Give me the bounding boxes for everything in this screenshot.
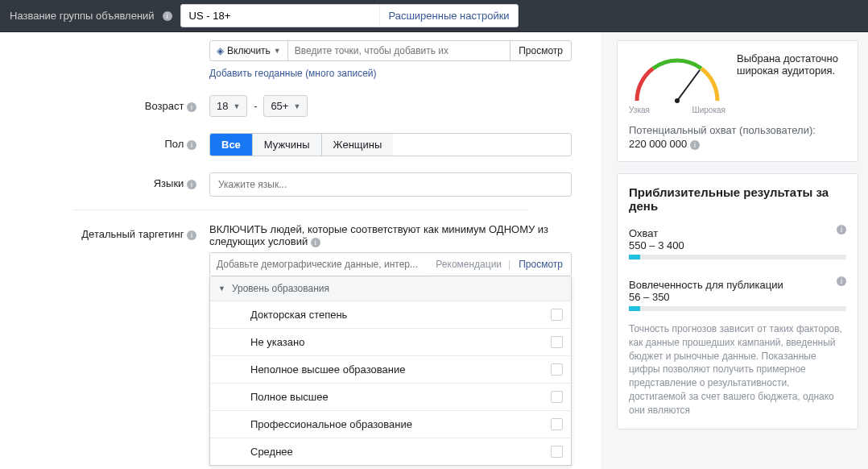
add-geodata-link[interactable]: Добавить геоданные (много записей) <box>209 68 377 79</box>
estimates-title: Приблизительные результаты за день <box>629 185 846 213</box>
gender-all-button[interactable]: Все <box>210 134 253 156</box>
adset-name-field: Расширенные настройки <box>180 4 519 27</box>
estimates-disclaimer: Точность прогнозов зависит от таких факт… <box>629 322 846 417</box>
option-label: Неполное высшее образование <box>250 363 405 376</box>
targeting-input[interactable] <box>210 253 429 276</box>
languages-label: Языки <box>154 177 184 189</box>
languages-input[interactable] <box>209 172 572 197</box>
gauge-icon <box>629 52 725 104</box>
location-text-input[interactable] <box>288 41 510 60</box>
targeting-browse-link[interactable]: Просмотр <box>510 259 571 270</box>
age-from-select[interactable]: 18▼ <box>209 95 247 117</box>
suggestions-link[interactable]: Рекомендации <box>429 259 508 270</box>
chevron-down-icon: ▼ <box>233 102 240 110</box>
chevron-down-icon: ▼ <box>218 284 225 293</box>
reach-bar <box>629 255 846 259</box>
info-icon: i <box>187 102 196 112</box>
gauge-broad-label: Широкая <box>692 106 725 114</box>
gauge-narrow-label: Узкая <box>629 106 650 114</box>
info-icon: i <box>311 238 320 247</box>
info-icon: i <box>163 11 172 21</box>
targeting-option[interactable]: Неполное высшее образование <box>210 355 571 383</box>
targeting-option[interactable]: Среднее <box>210 438 571 465</box>
age-to-select[interactable]: 65+▼ <box>263 95 308 117</box>
chevron-down-icon: ▼ <box>293 102 300 110</box>
info-icon: i <box>187 230 196 240</box>
audience-gauge-panel: Узкая Широкая Выбрана достаточно широкая… <box>617 40 858 162</box>
checkbox[interactable] <box>551 309 563 321</box>
adset-name-label: Название группы объявлений <box>10 10 155 22</box>
option-label: Полное высшее <box>250 391 329 403</box>
targeting-input-wrap: Рекомендации | Просмотр <box>209 252 572 276</box>
gender-female-button[interactable]: Женщины <box>322 134 394 156</box>
form-column: ◈ Включить ▼ Просмотр Добавить геоданные… <box>0 32 601 469</box>
option-label: Докторская степень <box>250 309 347 321</box>
checkbox[interactable] <box>551 418 563 430</box>
checkbox[interactable] <box>551 446 563 458</box>
targeting-include-heading: ВКЛЮЧИТЬ людей, которые соответствуют ка… <box>209 223 548 247</box>
daily-estimates-panel: Приблизительные результаты за день Охват… <box>617 173 858 430</box>
checkbox[interactable] <box>551 391 563 403</box>
option-label: Профессиональное образование <box>250 418 412 430</box>
location-include-dropdown[interactable]: ◈ Включить ▼ <box>210 41 288 60</box>
reach-metric-value: 550 – 3 400 <box>629 239 846 251</box>
topbar: Название группы объявлений i Расширенные… <box>0 0 868 32</box>
include-label: Включить <box>227 45 271 56</box>
chevron-down-icon: ▼ <box>274 47 281 55</box>
gender-toggle: Все Мужчины Женщины <box>209 133 572 156</box>
info-icon: i <box>187 140 196 150</box>
gauge-message: Выбрана достаточно широкая аудитория. <box>737 52 846 77</box>
detailed-targeting-label: Детальный таргетинг <box>81 228 184 240</box>
dropdown-group-header[interactable]: ▼ Уровень образования <box>210 276 571 301</box>
svg-point-1 <box>675 98 680 103</box>
targeting-option[interactable]: Профессиональное образование <box>210 410 571 438</box>
option-label: Среднее <box>250 446 293 458</box>
gauge-wrap: Узкая Широкая <box>629 52 725 114</box>
targeting-option[interactable]: Полное высшее <box>210 383 571 410</box>
targeting-option[interactable]: Докторская степень <box>210 301 571 328</box>
gender-male-button[interactable]: Мужчины <box>253 134 322 156</box>
potential-reach-label: Потенциальный охват (пользователи): <box>629 124 846 136</box>
age-dash: - <box>254 101 257 112</box>
pin-icon: ◈ <box>217 45 224 56</box>
age-label: Возраст <box>145 100 184 112</box>
info-icon: i <box>837 225 846 234</box>
group-label: Уровень образования <box>232 283 329 294</box>
gender-label: Пол <box>165 138 184 150</box>
adset-name-input[interactable] <box>181 5 380 27</box>
side-column: Узкая Широкая Выбрана достаточно широкая… <box>617 32 858 469</box>
location-browse-button[interactable]: Просмотр <box>510 41 571 60</box>
svg-line-0 <box>677 70 700 101</box>
info-icon: i <box>837 276 846 286</box>
reach-metric-label: Охват <box>629 227 658 239</box>
targeting-dropdown: ▼ Уровень образования Докторская степень… <box>209 276 572 466</box>
info-icon: i <box>187 180 196 189</box>
potential-reach-value: 220 000 000 <box>629 138 687 150</box>
engagement-metric-value: 56 – 350 <box>629 291 846 303</box>
targeting-option[interactable]: Не указано <box>210 328 571 355</box>
advanced-settings-link[interactable]: Расширенные настройки <box>379 5 517 27</box>
engagement-bar <box>629 306 846 311</box>
location-input-bar: ◈ Включить ▼ Просмотр <box>209 40 572 61</box>
option-label: Не указано <box>250 336 304 348</box>
engagement-metric-label: Вовлеченность для публикации <box>629 279 783 291</box>
info-icon: i <box>690 140 700 150</box>
checkbox[interactable] <box>551 363 563 376</box>
checkbox[interactable] <box>551 336 563 348</box>
